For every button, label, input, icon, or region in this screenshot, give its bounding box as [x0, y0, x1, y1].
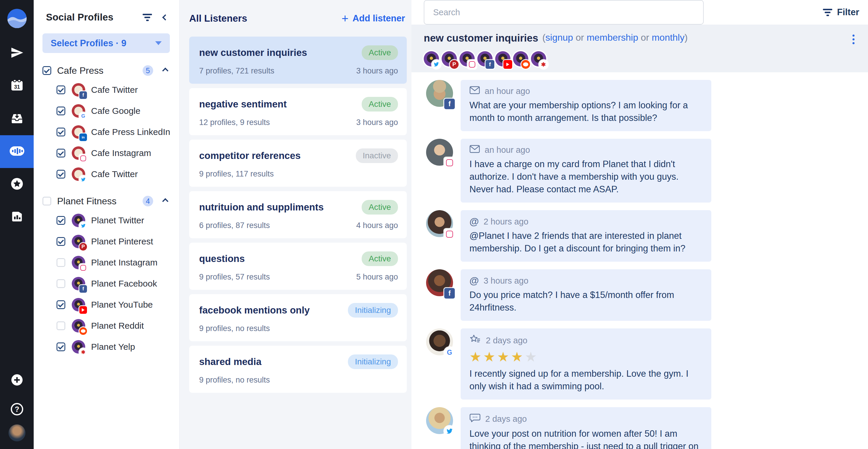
nav-help[interactable]: ? — [0, 395, 34, 424]
listener-card[interactable]: negative sentimentActive12 profiles, 9 r… — [189, 88, 407, 135]
listener-card[interactable]: competitor referencesInactive9 profiles,… — [189, 139, 407, 187]
profile-row[interactable]: fPlanet Facebook — [34, 273, 179, 294]
profile-avatar — [72, 256, 85, 269]
nav-add[interactable] — [0, 366, 34, 395]
listener-profile-avatar[interactable]: ✱ — [531, 51, 546, 66]
nav-inbox[interactable] — [0, 102, 34, 135]
listener-card-meta: 9 profiles, no results — [199, 376, 398, 385]
feed-panel: Filter new customer inquiries (signup or… — [411, 0, 868, 449]
profile-row[interactable]: Planet YouTube — [34, 294, 179, 315]
svg-text:31: 31 — [14, 84, 20, 90]
twitter-badge-icon — [444, 426, 455, 437]
profile-checkbox[interactable] — [57, 149, 65, 158]
message-text: Do you price match? I have a $15/month o… — [469, 289, 703, 314]
profile-label: Planet Yelp — [91, 342, 135, 352]
profiles-filter-icon[interactable] — [143, 14, 152, 21]
profile-checkbox[interactable] — [57, 300, 65, 309]
profile-checkbox[interactable] — [57, 237, 65, 246]
profile-avatar: f — [72, 277, 85, 290]
status-badge: Active — [362, 200, 398, 215]
profile-row[interactable]: Planet Twitter — [34, 210, 179, 231]
message-bubble: an hour agoI have a charge on my card fr… — [461, 139, 711, 202]
profile-checkbox[interactable] — [57, 343, 65, 351]
profile-label: Cafe Google — [91, 106, 140, 116]
message-text: I have a charge on my card from Planet t… — [469, 158, 703, 195]
status-badge: Active — [362, 251, 398, 266]
youtube-badge-icon — [80, 306, 87, 314]
message-feed: fan hour agoWhat are your membership opt… — [411, 72, 868, 449]
listener-card[interactable]: new customer inquiriesActive7 profiles, … — [189, 37, 407, 84]
message-timestamp: 2 days ago — [485, 414, 527, 424]
listener-profile-avatar[interactable]: P — [442, 51, 457, 66]
profile-avatar: in — [72, 125, 85, 139]
listener-profile-avatar[interactable] — [513, 51, 528, 66]
listener-card[interactable]: questionsActive9 profiles, 57 results5 h… — [189, 243, 407, 290]
listener-card-meta: 7 profiles, 721 results — [199, 66, 356, 75]
nav-publish[interactable] — [0, 37, 34, 70]
group-header-cafe-press[interactable]: Cafe Press5 — [34, 62, 179, 79]
group-checkbox[interactable] — [42, 197, 51, 205]
profile-row[interactable]: Planet Instagram — [34, 252, 179, 273]
feed-filter-button[interactable]: Filter — [823, 7, 859, 18]
profile-row[interactable]: GCafe Google — [34, 100, 179, 122]
profile-label: Planet Facebook — [91, 279, 157, 289]
search-input[interactable] — [424, 0, 704, 25]
message-row[interactable]: 2 days agoLove your post on nutrition fo… — [426, 407, 868, 449]
listeners-panel: All Listeners + Add listener new custome… — [180, 0, 411, 449]
add-listener-button[interactable]: + Add listener — [341, 13, 405, 24]
listener-card[interactable]: shared mediaInitializing9 profiles, no r… — [189, 346, 407, 393]
profile-checkbox[interactable] — [57, 170, 65, 179]
message-row[interactable]: f@3 hours agoDo you price match? I have … — [426, 269, 868, 321]
nav-reports[interactable] — [0, 201, 34, 233]
nav-calendar[interactable]: 31 — [0, 70, 34, 102]
profile-checkbox[interactable] — [57, 279, 65, 288]
profile-row[interactable]: Cafe Instagram — [34, 142, 179, 164]
message-row[interactable]: an hour agoI have a charge on my card fr… — [426, 139, 868, 202]
listener-profile-avatar[interactable] — [495, 51, 510, 66]
message-row[interactable]: @2 hours ago@Planet I have 2 friends tha… — [426, 210, 868, 262]
profile-checkbox[interactable] — [57, 258, 65, 267]
app-logo[interactable] — [0, 0, 34, 37]
reddit-badge-icon — [521, 60, 530, 69]
listener-query: (signup or membership or monthly) — [542, 32, 688, 43]
profile-row[interactable]: inCafe Press LinkedIn — [34, 122, 179, 142]
listener-profile-avatar[interactable]: f — [477, 51, 493, 66]
listener-profile-avatar[interactable] — [424, 51, 439, 66]
profile-avatar: ✱ — [72, 340, 85, 354]
message-row[interactable]: fan hour agoWhat are your membership opt… — [426, 80, 868, 131]
profile-checkbox[interactable] — [57, 106, 65, 115]
nav-reviews[interactable] — [0, 168, 34, 201]
listener-profile-avatar[interactable] — [460, 51, 475, 66]
group-checkbox[interactable] — [42, 66, 51, 75]
kebab-menu-icon[interactable] — [849, 32, 858, 46]
listener-card[interactable]: nutrituion and supplimentsActive6 profil… — [189, 191, 407, 238]
chevron-up-icon[interactable] — [162, 67, 168, 73]
account-avatar[interactable] — [8, 424, 26, 441]
listener-card[interactable]: facebook mentions onlyInitializing9 prof… — [189, 294, 407, 341]
message-timestamp: an hour ago — [485, 145, 530, 155]
profile-group: Planet Fitness4Planet TwitterPPlanet Pin… — [34, 192, 179, 357]
profile-checkbox[interactable] — [57, 321, 65, 330]
profile-row[interactable]: Cafe Twitter — [34, 164, 179, 185]
profile-checkbox[interactable] — [57, 86, 65, 94]
profile-checkbox[interactable] — [57, 216, 65, 225]
logo-icon — [7, 9, 27, 28]
profile-row[interactable]: fCafe Twitter — [34, 79, 179, 100]
profiles-panel-title: Social Profiles — [46, 12, 143, 23]
profile-checkbox[interactable] — [57, 128, 65, 136]
youtube-badge-icon — [503, 60, 512, 69]
message-bubble: 2 days agoLove your post on nutrition fo… — [461, 407, 711, 449]
message-timestamp: an hour ago — [485, 86, 530, 96]
facebook-badge-icon: f — [444, 99, 455, 109]
profile-row[interactable]: PPlanet Pinterest — [34, 231, 179, 252]
nav-listening[interactable] — [0, 135, 34, 168]
profile-row[interactable]: ✱Planet Yelp — [34, 336, 179, 357]
group-header-planet-fitness[interactable]: Planet Fitness4 — [34, 192, 179, 210]
group-name: Planet Fitness — [57, 196, 143, 206]
query-operator: ( — [542, 32, 546, 43]
profile-row[interactable]: Planet Reddit — [34, 315, 179, 336]
collapse-panel-icon[interactable] — [162, 14, 168, 20]
chevron-up-icon[interactable] — [162, 198, 168, 204]
message-row[interactable]: G2 days ago★★★★★I recently signed up for… — [426, 328, 868, 399]
select-profiles-dropdown[interactable]: Select Profiles · 9 — [42, 33, 170, 53]
